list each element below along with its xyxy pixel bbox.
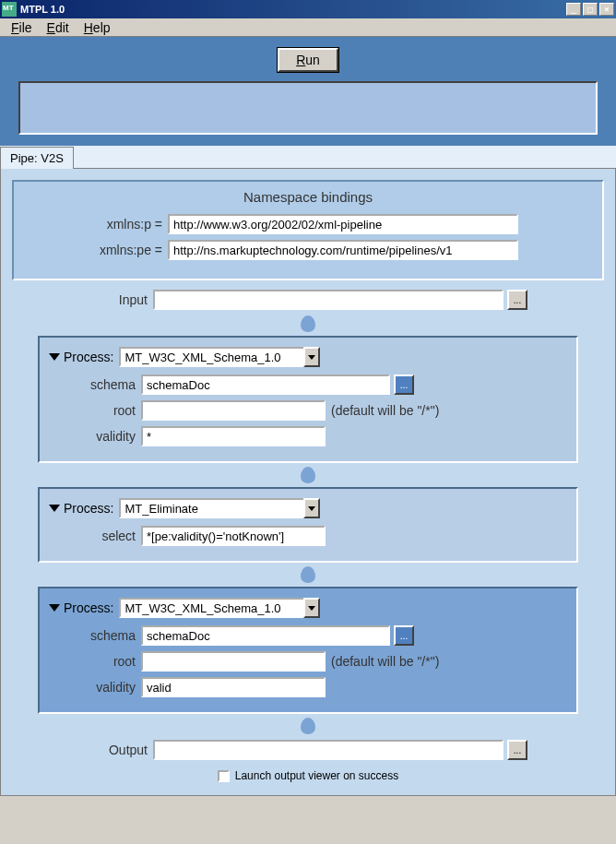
process-type-select-3[interactable] [119, 598, 303, 618]
hint-root-3: (default will be "/*") [331, 654, 439, 669]
collapse-toggle-3[interactable] [49, 604, 60, 612]
input-xmlns-pe[interactable] [168, 240, 518, 260]
tab-pipe[interactable]: Pipe: V2S [0, 147, 74, 169]
window-title: MTPL 1.0 [20, 4, 566, 15]
process-label-1: Process: [64, 350, 113, 364]
toolbar-area: Run [0, 37, 616, 146]
input-schema-3[interactable] [141, 625, 390, 646]
tab-content: Namespace bindings xmlns:p = xmlns:pe = … [0, 168, 616, 796]
launch-viewer-checkbox[interactable] [218, 770, 230, 782]
input-select-2[interactable] [141, 526, 326, 546]
label-select-2: select [49, 529, 141, 543]
maximize-button[interactable]: □ [583, 3, 598, 16]
label-validity-1: validity [49, 429, 141, 444]
namespace-heading: Namespace bindings [25, 189, 591, 205]
connector-icon [301, 467, 315, 483]
label-xmlns-p: xmlns:p = [25, 217, 168, 232]
process-type-dropdown-3[interactable] [303, 598, 320, 618]
namespace-bindings-box: Namespace bindings xmlns:p = xmlns:pe = [12, 180, 604, 280]
process-type-dropdown-2[interactable] [303, 498, 320, 518]
schema-browse-button-3[interactable]: ... [394, 625, 414, 646]
connector-icon [301, 566, 315, 583]
label-schema-3: schema [49, 628, 141, 643]
label-schema-1: schema [49, 377, 141, 392]
label-root-1: root [49, 403, 141, 418]
output-console [18, 81, 598, 135]
label-root-3: root [49, 654, 141, 669]
output-file-field[interactable] [153, 740, 503, 760]
launch-viewer-label: Launch output viewer on success [235, 769, 398, 782]
close-button[interactable]: × [599, 3, 614, 16]
input-validity-3[interactable] [141, 677, 326, 697]
menu-edit[interactable]: Edit [40, 18, 77, 37]
connector-icon [301, 718, 315, 734]
label-validity-3: validity [49, 680, 141, 695]
process-label-2: Process: [64, 501, 113, 516]
connector-icon [301, 315, 315, 332]
process-type-dropdown-1[interactable] [303, 347, 320, 367]
minimize-button[interactable]: _ [566, 3, 581, 16]
input-validity-1[interactable] [141, 426, 326, 446]
input-xmlns-p[interactable] [168, 214, 518, 234]
process-label-3: Process: [64, 600, 113, 615]
run-button[interactable]: Run [278, 48, 338, 72]
input-root-3[interactable] [141, 651, 326, 672]
input-browse-button[interactable]: ... [507, 290, 527, 310]
process-box-1: Process: schema ... root (default will b… [38, 336, 578, 463]
hint-root-1: (default will be "/*") [331, 403, 439, 418]
menu-help[interactable]: Help [77, 18, 118, 37]
output-browse-button[interactable]: ... [507, 740, 527, 760]
input-schema-1[interactable] [141, 374, 390, 395]
label-output: Output [10, 743, 153, 757]
process-box-2: Process: select [38, 487, 578, 563]
collapse-toggle-1[interactable] [49, 353, 60, 361]
process-box-3: Process: schema ... root (default will b… [38, 587, 578, 714]
process-type-select-2[interactable] [119, 498, 303, 518]
input-root-1[interactable] [141, 400, 326, 421]
menu-file[interactable]: File [4, 18, 40, 37]
collapse-toggle-2[interactable] [49, 505, 60, 512]
process-type-select-1[interactable] [119, 347, 303, 367]
label-xmlns-pe: xmlns:pe = [25, 243, 168, 257]
app-icon [2, 2, 17, 17]
schema-browse-button-1[interactable]: ... [394, 374, 414, 395]
title-bar: MTPL 1.0 _ □ × [0, 0, 616, 18]
input-file-field[interactable] [153, 290, 503, 310]
menu-bar: File Edit Help [0, 18, 616, 37]
label-input: Input [10, 292, 153, 307]
